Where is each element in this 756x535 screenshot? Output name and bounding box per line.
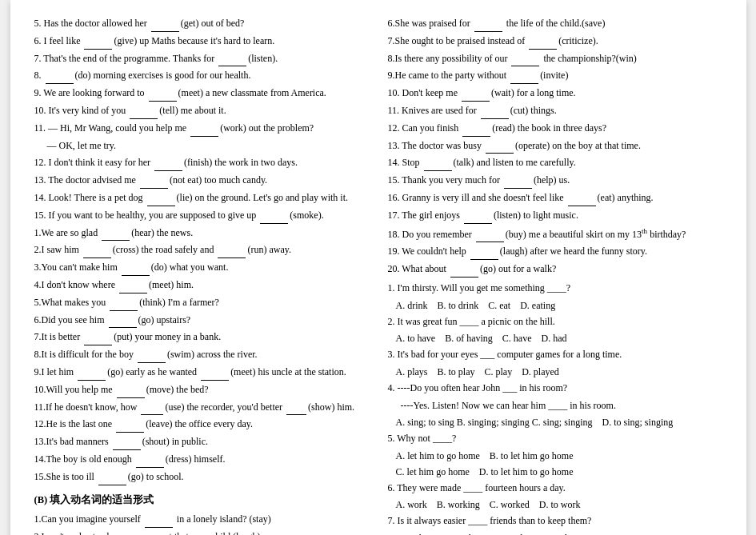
blank	[151, 31, 179, 32]
line-b11: 11.If he doesn't know, how (use) the rec…	[34, 400, 369, 416]
blank	[504, 188, 532, 189]
blank	[130, 118, 158, 119]
blank	[136, 467, 164, 468]
mc-7-opts: A. making B. make C. to make D. made	[396, 531, 722, 535]
line-b2: 2.I saw him (cross) the road safely and …	[34, 242, 369, 258]
blank	[117, 397, 145, 398]
mc-5-opts2: C. let him go home D. to let him to go h…	[396, 465, 722, 481]
blank	[110, 310, 138, 311]
blank	[218, 258, 246, 258]
mc-7-q: 7. Is it always easier ____ friends than…	[388, 513, 722, 529]
r-line-14: 14. Stop (talk) and listen to me careful…	[388, 155, 722, 171]
mc-1-q: 1. I'm thirsty. Will you get me somethin…	[388, 281, 722, 297]
line-b8: 8.It is difficult for the boy (swim) acr…	[34, 347, 369, 363]
r-line-7: 7.She ought to be praised instead of (cr…	[388, 34, 722, 50]
line-b5: 5.What makes you (think) I'm a farmer?	[34, 295, 369, 311]
r-line-11: 11. Knives are used for (cut) things.	[388, 103, 722, 119]
line-8: 8. (do) morning exercises is good for ou…	[34, 68, 369, 84]
r-line-15: 15. Thank you very much for (help) us.	[388, 173, 722, 189]
blank	[486, 153, 514, 154]
blank	[98, 485, 126, 485]
mc-2-opts: A. to have B. of having C. have D. had	[396, 331, 722, 347]
mc-6-q: 6. They were made ____ fourteen hours a …	[388, 481, 722, 497]
blank	[116, 432, 144, 433]
line-b14: 14.The boy is old enough (dress) himself…	[34, 452, 369, 468]
blank	[462, 136, 490, 137]
blank	[78, 380, 106, 381]
section-b-title: (B) 填入动名词的适当形式	[34, 492, 369, 509]
r-line-9: 9.He came to the party without (invite)	[388, 68, 722, 84]
blank	[450, 277, 478, 277]
line-b9: 9.I let him (go) early as he wanted (mee…	[34, 365, 369, 381]
r-line-19: 19. We couldn't help (laugh) after we he…	[388, 244, 722, 260]
page: 5. Has the doctor allowed her (get) out …	[10, 0, 746, 535]
mc-5-q: 5. Why not ____?	[388, 431, 722, 447]
blank	[470, 259, 498, 260]
mc-3-opts: A. plays B. to play C. play D. played	[396, 365, 722, 381]
blank	[138, 362, 166, 363]
line-b7: 7.It is better (put) your money in a ban…	[34, 329, 369, 345]
sec-b-1: 1.Can you imagine yourself in a lonely i…	[34, 512, 369, 528]
blank	[511, 66, 539, 66]
blank	[109, 327, 137, 328]
r-line-10: 10. Don't keep me (wait) for a long time…	[388, 86, 722, 102]
blank	[122, 275, 150, 276]
blank	[476, 242, 504, 242]
line-6: 6. I feel like (give) up Maths because i…	[34, 34, 369, 50]
blank	[147, 206, 175, 206]
line-7: 7. That's the end of the programme. Than…	[34, 51, 369, 67]
line-b1: 1.We are so glad (hear) the news.	[34, 226, 369, 242]
line-10: 10. It's very kind of you (tell) me abou…	[34, 103, 369, 119]
blank	[286, 414, 306, 415]
r-line-6: 6.She was praised for the life of the ch…	[388, 16, 722, 32]
mc-4-opts: A. sing; to sing B. singing; singing C. …	[396, 415, 722, 431]
blank	[140, 188, 168, 189]
blank	[84, 49, 112, 50]
line-b4: 4.I don't know where (meet) him.	[34, 277, 369, 293]
blank	[218, 66, 246, 66]
line-b6: 6.Did you see him (go) upstairs?	[34, 313, 369, 329]
content-columns: 5. Has the doctor allowed her (get) out …	[34, 16, 722, 535]
blank	[529, 49, 557, 50]
blank	[154, 170, 182, 171]
blank	[46, 83, 74, 84]
blank	[145, 527, 173, 528]
mc-4-q2: ----Yes. Listen! Now we can hear him ___…	[401, 398, 722, 414]
line-b10: 10.Will you help me (move) the bed?	[34, 382, 369, 398]
mc-4-q1: 4. ----Do you often hear John ___ in his…	[388, 381, 722, 397]
line-9: 9. We are looking forward to (meet) a ne…	[34, 86, 369, 102]
blank	[464, 223, 492, 224]
r-line-12: 12. Can you finish (read) the book in th…	[388, 121, 722, 137]
line-5: 5. Has the doctor allowed her (get) out …	[34, 16, 369, 32]
sec-b-2: 2.I can't understand your at that poor c…	[34, 529, 369, 535]
blank	[481, 118, 509, 119]
line-11a: 11. — Hi, Mr Wang, could you help me (wo…	[34, 121, 369, 137]
blank	[119, 293, 147, 293]
line-b3: 3.You can't make him (do) what you want.	[34, 260, 369, 276]
blank	[424, 170, 452, 171]
right-column: 6.She was praised for the life of the ch…	[388, 16, 722, 535]
mc-6-opts: A. work B. working C. worked D. to work	[396, 497, 722, 513]
blank	[568, 206, 596, 206]
blank	[102, 240, 130, 241]
mc-3-q: 3. It's bad for your eyes ___ computer g…	[388, 347, 722, 363]
r-line-8: 8.Is there any possibility of our the ch…	[388, 51, 722, 67]
line-b13: 13.It's bad manners (shout) in public.	[34, 434, 369, 450]
r-line-18: 18. Do you remember (buy) me a beautiful…	[388, 226, 722, 243]
mc-5-opts1: A. let him to go home B. to let him go h…	[396, 449, 722, 465]
blank	[510, 83, 538, 84]
blank	[260, 223, 288, 224]
blank	[149, 101, 177, 102]
mc-1-opts: A. drink B. to drink C. eat D. eating	[396, 298, 722, 314]
mc-2-q: 2. It was great fun ____ a picnic on the…	[388, 314, 722, 330]
line-12: 12. I don't think it easy for her (finis…	[34, 155, 369, 171]
left-column: 5. Has the doctor allowed her (get) out …	[34, 16, 369, 535]
line-b15: 15.She is too ill (go) to school.	[34, 469, 369, 485]
r-line-17: 17. The girl enjoys (listen) to light mu…	[388, 208, 722, 224]
blank	[462, 101, 490, 102]
line-b12: 12.He is the last one (leave) the office…	[34, 417, 369, 433]
line-14: 14. Look! There is a pet dog (lie) on th…	[34, 190, 369, 206]
r-line-20: 20. What about (go) out for a walk?	[388, 262, 722, 277]
blank	[83, 258, 111, 258]
blank	[474, 31, 502, 32]
